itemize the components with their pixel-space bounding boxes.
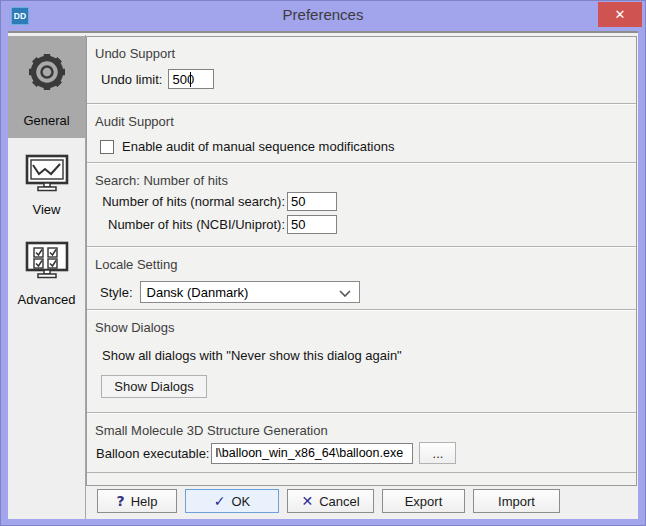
help-button-label: Help bbox=[131, 494, 158, 509]
section-undo-support: Undo Support Undo limit: bbox=[87, 37, 636, 104]
sidebar: General View bbox=[8, 35, 86, 519]
section-heading: Undo Support bbox=[95, 46, 626, 61]
ncbi-uniprot-hits-label: Number of hits (NCBI/Uniprot): bbox=[95, 217, 285, 232]
balloon-executable-label: Balloon executable: bbox=[96, 446, 209, 461]
preferences-window: DD Preferences ✕ bbox=[0, 0, 646, 526]
show-dialogs-button[interactable]: Show Dialogs bbox=[101, 375, 207, 398]
browse-button[interactable]: ... bbox=[419, 442, 456, 464]
section-heading: Search: Number of hits bbox=[95, 173, 626, 188]
cancel-button-label: Cancel bbox=[319, 494, 359, 509]
help-button[interactable]: ? Help bbox=[97, 489, 177, 513]
section-show-dialogs: Show Dialogs Show all dialogs with "Neve… bbox=[87, 310, 636, 413]
window-title: Preferences bbox=[1, 6, 645, 23]
sidebar-item-label: View bbox=[33, 202, 61, 217]
sidebar-item-general[interactable]: General bbox=[8, 36, 85, 138]
close-icon: ✕ bbox=[615, 7, 626, 22]
titlebar: DD Preferences ✕ bbox=[1, 1, 645, 31]
import-button[interactable]: Import bbox=[473, 489, 560, 513]
preferences-panel: Undo Support Undo limit: Audit Support E… bbox=[86, 36, 637, 486]
section-locale-setting: Locale Setting Style: Dansk (Danmark) bbox=[87, 247, 636, 310]
ncbi-uniprot-hits-input[interactable] bbox=[287, 215, 337, 234]
section-heading: Small Molecule 3D Structure Generation bbox=[95, 423, 626, 438]
ok-button[interactable]: ✓ OK bbox=[185, 489, 279, 513]
undo-limit-input[interactable] bbox=[168, 69, 214, 89]
normal-search-hits-label: Number of hits (normal search): bbox=[95, 194, 285, 209]
footer-button-row: ? Help ✓ OK ✕ Cancel Export Import bbox=[86, 489, 638, 514]
style-label: Style: bbox=[100, 285, 133, 300]
cancel-button[interactable]: ✕ Cancel bbox=[287, 489, 374, 513]
import-button-label: Import bbox=[498, 494, 535, 509]
x-icon: ✕ bbox=[301, 493, 313, 509]
question-mark-icon: ? bbox=[117, 493, 125, 509]
export-button-label: Export bbox=[405, 494, 443, 509]
section-audit-support: Audit Support Enable audit of manual seq… bbox=[87, 104, 636, 163]
section-heading: Audit Support bbox=[95, 114, 626, 129]
audit-checkbox[interactable] bbox=[100, 140, 114, 154]
audit-checkbox-label: Enable audit of manual sequence modifica… bbox=[122, 139, 394, 154]
locale-style-dropdown[interactable]: Dansk (Danmark) bbox=[140, 281, 360, 303]
sidebar-item-label: General bbox=[23, 113, 69, 128]
section-search-hits: Search: Number of hits Number of hits (n… bbox=[87, 163, 636, 247]
locale-style-value: Dansk (Danmark) bbox=[147, 285, 249, 300]
sidebar-item-view[interactable]: View bbox=[8, 145, 85, 237]
balloon-executable-input[interactable] bbox=[211, 443, 413, 464]
normal-search-hits-input[interactable] bbox=[287, 192, 337, 211]
section-heading: Locale Setting bbox=[95, 257, 626, 272]
chevron-down-icon bbox=[339, 290, 351, 297]
text-caret bbox=[190, 72, 191, 87]
gear-icon bbox=[23, 48, 71, 96]
show-dialogs-description: Show all dialogs with "Never show this d… bbox=[102, 348, 626, 363]
undo-limit-label: Undo limit: bbox=[101, 72, 162, 87]
client-area: General View bbox=[8, 31, 638, 519]
sidebar-item-label: Advanced bbox=[18, 292, 76, 307]
section-heading: Show Dialogs bbox=[95, 320, 626, 335]
sidebar-item-advanced[interactable]: Advanced bbox=[8, 235, 85, 335]
monitor-checkboxes-icon bbox=[24, 240, 70, 280]
monitor-chart-icon bbox=[24, 153, 70, 193]
checkmark-icon: ✓ bbox=[214, 493, 226, 509]
export-button[interactable]: Export bbox=[382, 489, 465, 513]
section-molecule-3d: Small Molecule 3D Structure Generation B… bbox=[87, 413, 636, 473]
close-button[interactable]: ✕ bbox=[598, 2, 642, 27]
ok-button-label: OK bbox=[231, 494, 250, 509]
